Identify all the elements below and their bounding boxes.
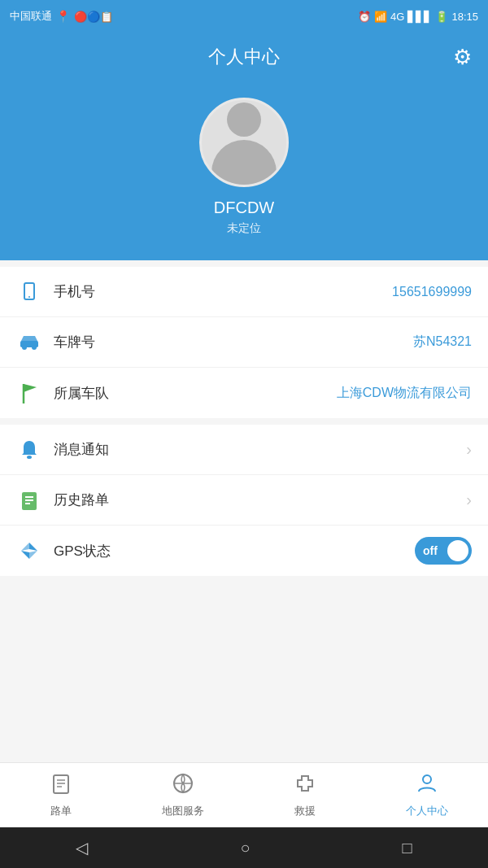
menu-row-notification[interactable]: 消息通知 › — [0, 425, 488, 475]
gps-label: GPS状态 — [54, 542, 415, 560]
rescue-icon — [294, 772, 316, 800]
person-icon — [416, 772, 438, 800]
fleet-label: 所属车队 — [54, 384, 337, 403]
back-button[interactable]: ◁ — [76, 838, 88, 857]
menu-section: 消息通知 › 历史路单 › GPS状态 off — [0, 425, 488, 576]
info-row-phone[interactable]: 手机号 15651699999 — [0, 267, 488, 317]
notification-label: 消息通知 — [54, 440, 466, 459]
nav-item-map[interactable]: 地图服务 — [122, 763, 244, 827]
history-arrow-icon: › — [466, 491, 472, 509]
battery-icon: 🔋 — [435, 11, 448, 23]
status-bar: 中国联通 📍 🔴🔵📋 ⏰ 📶 4G ▋▋▋ 🔋 18:15 — [0, 0, 488, 33]
history-icon — [16, 490, 42, 511]
plate-label: 车牌号 — [54, 333, 413, 351]
android-nav: ◁ ○ □ — [0, 827, 488, 868]
nav-item-rescue[interactable]: 救援 — [244, 763, 366, 827]
svg-point-3 — [22, 345, 27, 350]
recent-button[interactable]: □ — [402, 839, 412, 857]
car-icon — [16, 334, 42, 351]
phone-label: 手机号 — [54, 282, 392, 301]
page-title: 个人中心 — [208, 45, 280, 69]
svg-point-17 — [423, 775, 431, 783]
gear-icon[interactable]: ⚙ — [453, 45, 472, 70]
nav-label-rescue: 救援 — [294, 804, 316, 818]
info-row-fleet[interactable]: 所属车队 上海CDW物流有限公司 — [0, 368, 488, 418]
status-left: 中国联通 📍 🔴🔵📋 — [10, 9, 113, 24]
location-icon: 📍 — [56, 10, 70, 23]
info-section: 手机号 15651699999 车牌号 苏N54321 所属车队 上海CDW物流… — [0, 267, 488, 418]
menu-row-history[interactable]: 历史路单 › — [0, 475, 488, 526]
plate-value: 苏N54321 — [413, 334, 472, 351]
avatar-silhouette — [202, 100, 286, 185]
flag-icon — [16, 382, 42, 403]
avatar[interactable] — [199, 98, 289, 187]
info-row-plate[interactable]: 车牌号 苏N54321 — [0, 317, 488, 368]
carrier-text: 中国联通 — [10, 9, 52, 24]
nav-item-profile[interactable]: 个人中心 — [366, 763, 488, 827]
nav-label-waybill: 路单 — [50, 804, 72, 818]
bottom-nav: 路单 地图服务 救援 个人中心 — [0, 762, 488, 827]
history-label: 历史路单 — [54, 491, 466, 509]
gps-toggle[interactable]: off — [415, 537, 472, 565]
home-button[interactable]: ○ — [240, 839, 250, 857]
status-icons: 🔴🔵📋 — [74, 11, 113, 23]
toggle-knob — [447, 540, 468, 561]
phone-value: 15651699999 — [392, 285, 472, 299]
svg-rect-11 — [54, 775, 68, 793]
wifi-icon: 📶 — [374, 11, 387, 23]
fleet-value: 上海CDW物流有限公司 — [337, 385, 472, 402]
phone-icon — [16, 282, 42, 302]
bell-icon — [16, 439, 42, 460]
menu-row-gps[interactable]: GPS状态 off — [0, 526, 488, 576]
profile-name: DFCDW — [214, 198, 274, 217]
profile-section: DFCDW 未定位 — [0, 81, 488, 260]
avatar-head — [227, 103, 261, 137]
avatar-body — [211, 140, 277, 185]
svg-point-6 — [27, 456, 32, 459]
toggle-text: off — [423, 544, 438, 557]
map-icon — [172, 772, 194, 800]
header: 个人中心 ⚙ — [0, 33, 488, 81]
svg-point-4 — [32, 345, 37, 350]
nav-item-waybill[interactable]: 路单 — [0, 763, 122, 827]
waybill-icon — [50, 772, 72, 800]
time-text: 18:15 — [451, 11, 478, 23]
alarm-icon: ⏰ — [358, 11, 371, 23]
profile-location: 未定位 — [227, 221, 261, 236]
status-right: ⏰ 📶 4G ▋▋▋ 🔋 18:15 — [358, 11, 478, 23]
nav-label-map: 地图服务 — [162, 804, 204, 818]
signal-bars: ▋▋▋ — [407, 11, 432, 23]
signal-text: 4G — [390, 11, 404, 23]
notification-arrow-icon: › — [466, 440, 472, 459]
gps-icon — [16, 541, 42, 560]
nav-label-profile: 个人中心 — [406, 804, 448, 818]
